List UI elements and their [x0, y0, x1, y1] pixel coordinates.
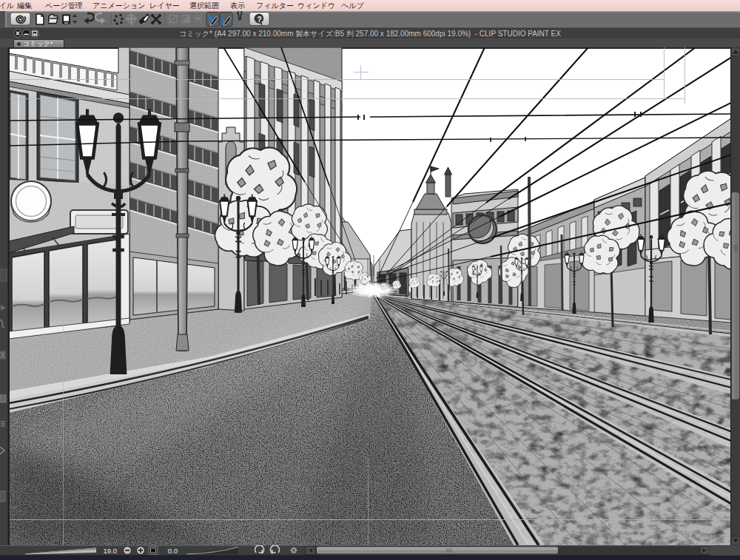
svg-text:0.0: 0.0	[168, 547, 178, 555]
svg-text:19.0: 19.0	[104, 547, 118, 555]
svg-text:?: ?	[257, 16, 261, 24]
